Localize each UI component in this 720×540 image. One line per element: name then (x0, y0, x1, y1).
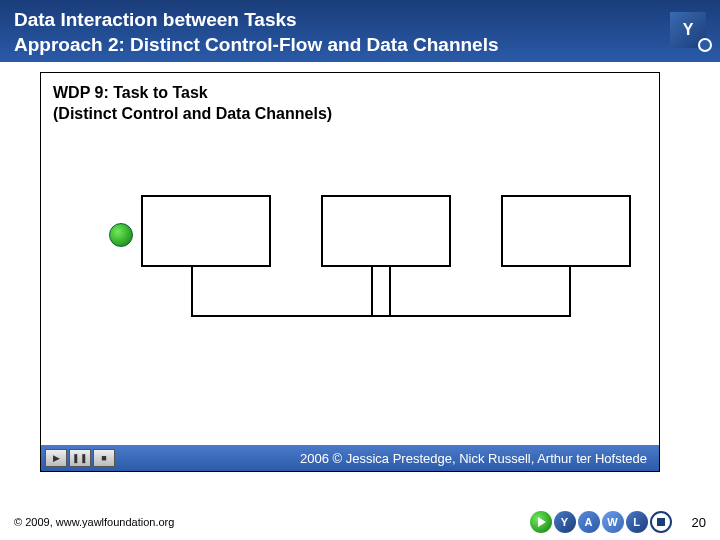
stop-button[interactable]: ■ (93, 449, 115, 467)
task-box-1 (141, 195, 271, 267)
footer-play-icon (530, 511, 552, 533)
pause-button[interactable]: ❚❚ (69, 449, 91, 467)
slide-header: Data Interaction between Tasks Approach … (0, 0, 720, 62)
data-channel-2 (371, 267, 571, 317)
task-box-2 (321, 195, 451, 267)
panel-title-line1: WDP 9: Task to Task (53, 84, 208, 101)
footer-w-icon: W (602, 511, 624, 533)
play-icon: ▶ (53, 453, 60, 463)
start-node-icon (109, 223, 133, 247)
pause-icon: ❚❚ (72, 453, 88, 463)
page-number: 20 (692, 515, 706, 530)
playback-controls: ▶ ❚❚ ■ 2006 © Jessica Prestedge, Nick Ru… (41, 445, 659, 471)
copyright-text: © 2009, www.yawlfoundation.org (14, 516, 530, 528)
task-box-3 (501, 195, 631, 267)
play-button[interactable]: ▶ (45, 449, 67, 467)
title-line1: Data Interaction between Tasks (14, 9, 297, 30)
slide-footer: © 2009, www.yawlfoundation.org Y A W L 2… (0, 504, 720, 540)
slide-content: WDP 9: Task to Task (Distinct Control an… (0, 62, 720, 472)
footer-stop-icon (650, 511, 672, 533)
footer-a-icon: A (578, 511, 600, 533)
yawl-logo-icon: Y (670, 12, 706, 48)
panel-credits: 2006 © Jessica Prestedge, Nick Russell, … (117, 451, 655, 466)
animation-panel: WDP 9: Task to Task (Distinct Control an… (40, 72, 660, 472)
stop-icon: ■ (101, 453, 106, 463)
data-channel-1 (191, 267, 391, 317)
title-line2: Approach 2: Distinct Control-Flow and Da… (14, 34, 499, 55)
workflow-diagram (41, 183, 659, 383)
panel-title-line2: (Distinct Control and Data Channels) (53, 105, 332, 122)
footer-l-icon: L (626, 511, 648, 533)
footer-logo: Y A W L (530, 511, 672, 533)
slide-title: Data Interaction between Tasks Approach … (14, 8, 499, 57)
logo-letter: Y (683, 21, 694, 39)
footer-y-icon: Y (554, 511, 576, 533)
panel-title: WDP 9: Task to Task (Distinct Control an… (53, 83, 332, 125)
